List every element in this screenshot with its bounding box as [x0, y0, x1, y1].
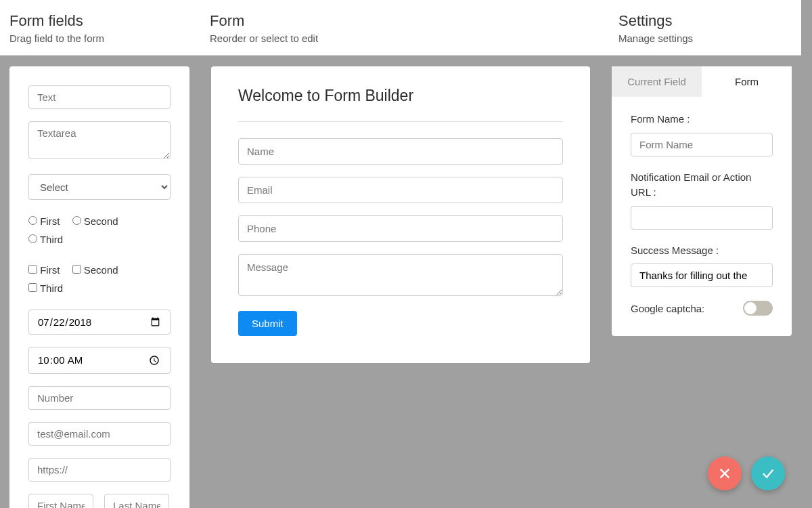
palette-radio-third[interactable]	[28, 234, 37, 243]
palette-text-field[interactable]	[28, 85, 171, 109]
palette-email-field[interactable]	[28, 422, 171, 446]
header-fields-title: Form fields	[9, 12, 191, 30]
header-settings-sub: Manage settings	[618, 33, 792, 44]
cancel-button[interactable]	[708, 457, 742, 490]
close-icon	[717, 466, 732, 481]
header-fields-sub: Drag field to the form	[9, 33, 191, 44]
notify-label: Notification Email or Action URL :	[631, 170, 773, 200]
palette-textarea-field[interactable]	[28, 121, 171, 159]
palette-checkbox-group[interactable]: First Second Third	[28, 261, 171, 297]
check-icon	[761, 466, 775, 481]
success-label: Success Message :	[631, 243, 773, 259]
tab-current-field[interactable]: Current Field	[612, 66, 702, 97]
notify-input[interactable]	[631, 206, 773, 230]
canvas-phone-field[interactable]	[238, 215, 563, 242]
palette-radio-group[interactable]: First Second Third	[28, 212, 171, 249]
palette-select-field[interactable]: Select	[28, 174, 171, 200]
canvas-message-field[interactable]	[238, 254, 563, 296]
canvas-email-field[interactable]	[238, 177, 563, 203]
captcha-toggle[interactable]	[743, 301, 773, 316]
form-title: Welcome to Form Builder	[238, 87, 563, 105]
form-name-input[interactable]	[631, 133, 773, 156]
header-form-title: Form	[210, 12, 600, 30]
palette-checkbox-second[interactable]	[72, 265, 81, 274]
palette-radio-second[interactable]	[72, 216, 81, 225]
palette-date-field[interactable]	[28, 310, 171, 335]
field-palette-panel: Select First Second Third First Second T…	[9, 66, 189, 508]
tab-form[interactable]: Form	[702, 66, 792, 97]
submit-button[interactable]: Submit	[238, 311, 297, 336]
palette-url-field[interactable]	[28, 458, 171, 482]
form-canvas-panel: Welcome to Form Builder Submit	[211, 66, 590, 363]
header-settings-title: Settings	[618, 12, 792, 30]
palette-lastname-field[interactable]	[104, 494, 169, 508]
palette-firstname-field[interactable]	[28, 494, 93, 508]
settings-panel: Current Field Form Form Name : Notificat…	[612, 66, 792, 336]
palette-number-field[interactable]	[28, 386, 171, 410]
palette-time-field[interactable]	[28, 347, 171, 374]
confirm-button[interactable]	[751, 457, 785, 490]
canvas-name-field[interactable]	[238, 138, 563, 165]
header-bar: Form fields Drag field to the form Form …	[0, 0, 801, 56]
palette-checkbox-third[interactable]	[28, 283, 37, 292]
header-form-sub: Reorder or select to edit	[210, 33, 600, 44]
palette-radio-first[interactable]	[28, 216, 37, 225]
palette-checkbox-first[interactable]	[28, 265, 37, 274]
form-name-label: Form Name :	[631, 112, 773, 127]
captcha-label: Google captcha:	[631, 303, 704, 314]
form-divider	[238, 121, 563, 122]
success-input[interactable]	[631, 263, 773, 287]
